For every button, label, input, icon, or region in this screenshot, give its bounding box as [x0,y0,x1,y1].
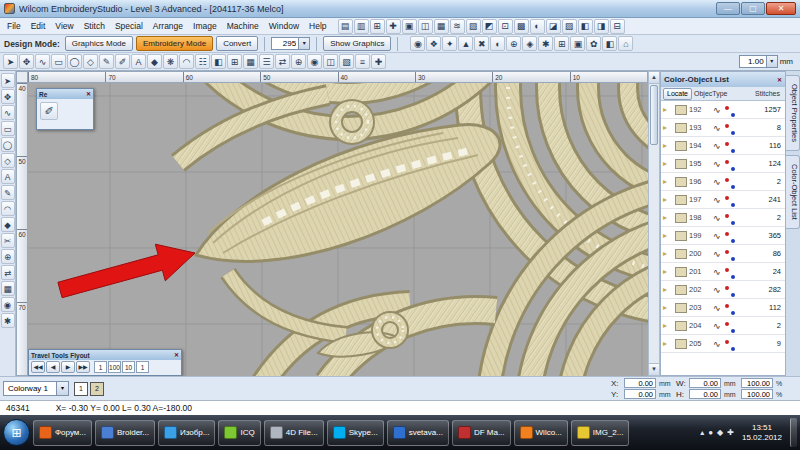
tool-icon[interactable]: ◆ [1,217,15,232]
travel-step-value[interactable]: 1 [136,361,149,373]
toolbar-icon[interactable]: ≡ [355,54,370,69]
toolbar-icon[interactable]: ⌂ [618,36,633,51]
object-row[interactable]: ▸ 194 ∿ 116 [661,137,785,155]
tray-icon[interactable]: ◆ [717,428,723,437]
w-field[interactable] [689,378,721,388]
h-field[interactable] [689,389,721,399]
menu-item[interactable]: Stitch [79,18,110,34]
taskbar-item[interactable]: svetava... [387,420,449,446]
tool-icon[interactable]: ✱ [1,313,15,328]
object-row[interactable]: ▸ 198 ∿ 2 [661,209,785,227]
toolbar-icon[interactable]: ❋ [163,54,178,69]
object-row[interactable]: ▸ 197 ∿ 241 [661,191,785,209]
toolbar-icon[interactable]: ▦ [243,54,258,69]
travel-button[interactable]: ◀◀ [31,361,45,373]
design-canvas[interactable]: Re ✕ ✐ Travel Tools Flyout ✕ ◀◀◀▶▶▶ [28,83,648,376]
toolbar-icon[interactable]: ◆ [147,54,162,69]
taskbar-item[interactable]: Skype... [327,420,384,446]
show-graphics-button[interactable]: Show Graphics [323,36,391,51]
toolbar-icon[interactable]: ≋ [450,19,465,34]
toolbar-icon[interactable]: ∿ [35,54,50,69]
tray-icon[interactable]: ● [708,428,713,437]
toolbar-icon[interactable]: ◇ [83,54,98,69]
travel-button[interactable]: ◀ [46,361,60,373]
toolbar-icon[interactable]: ⊞ [227,54,242,69]
toolbar-icon[interactable]: ➤ [3,54,18,69]
convert-button[interactable]: Convert [216,36,258,51]
scale-w-field[interactable] [741,378,773,388]
menu-item[interactable]: Help [304,18,331,34]
toolbar-icon[interactable]: ▧ [339,54,354,69]
close-icon[interactable]: ✕ [777,76,782,84]
toolbar-icon[interactable]: ✎ [99,54,114,69]
scroll-down-icon[interactable]: ▼ [649,363,659,375]
locate-button[interactable]: Locate [663,88,692,100]
tool-icon[interactable]: ◠ [1,201,15,216]
object-row[interactable]: ▸ 199 ∿ 365 [661,227,785,245]
object-row[interactable]: ▸ 205 ∿ 9 [661,335,785,353]
graphics-mode-button[interactable]: Graphics Mode [65,36,133,51]
object-row[interactable]: ▸ 192 ∿ 1257 [661,101,785,119]
zoom-input[interactable] [272,39,298,48]
toolbar-icon[interactable]: ✦ [442,36,457,51]
toolbar-icon[interactable]: ◐ [530,19,545,34]
menu-item[interactable]: Edit [26,18,51,34]
scrollbar-thumb[interactable] [650,85,658,145]
close-button[interactable]: ✕ [766,2,796,15]
tool-icon[interactable]: ◯ [1,137,15,152]
travel-step-value[interactable]: 100 [108,361,121,373]
tool-icon[interactable]: ✎ [1,185,15,200]
travel-button[interactable]: ▶ [61,361,75,373]
toolbar-icon[interactable]: ▭ [51,54,66,69]
colorway-value[interactable]: Colorway 1 [4,384,56,393]
toolbar-icon[interactable]: ✱ [538,36,553,51]
tool-icon[interactable]: ▦ [1,281,15,296]
thread-color-chip[interactable] [675,231,687,241]
toolbar-icon[interactable]: ▧ [466,19,481,34]
column-header-type[interactable]: ObjecType [694,90,727,97]
thread-color-chip[interactable] [675,267,687,277]
thread-color-chip[interactable] [675,285,687,295]
toolbar-icon[interactable]: ❖ [426,36,441,51]
travel-step-value[interactable]: 1 [94,361,107,373]
toolbar-icon[interactable]: ▦ [434,19,449,34]
menu-item[interactable]: File [2,18,26,34]
menu-item[interactable]: Special [110,18,148,34]
menu-item[interactable]: Window [264,18,304,34]
object-row[interactable]: ▸ 204 ∿ 2 [661,317,785,335]
reshape-tool-icon[interactable]: ✐ [40,102,58,120]
toolbar-icon[interactable]: ◩ [482,19,497,34]
taskbar-item[interactable]: 4D File... [264,420,324,446]
tool-icon[interactable]: ➤ [1,73,15,88]
menu-item[interactable]: Arrange [148,18,188,34]
toolbar-icon[interactable]: ▲ [458,36,473,51]
scroll-up-icon[interactable]: ▲ [649,72,659,84]
thread-color-chip[interactable] [675,195,687,205]
toolbar-icon[interactable]: ⊞ [370,19,385,34]
toolbar-icon[interactable]: ⊞ [554,36,569,51]
menu-item[interactable]: Image [188,18,222,34]
tray-icon[interactable]: ✚ [727,428,734,437]
toolbar-icon[interactable]: ▩ [514,19,529,34]
toolbar-icon[interactable]: ◫ [323,54,338,69]
menu-item[interactable]: View [50,18,78,34]
toolbar-icon[interactable]: ⇄ [275,54,290,69]
toolbar-icon[interactable]: ✐ [115,54,130,69]
taskbar-item[interactable]: ICQ [218,420,260,446]
toolbar-icon[interactable]: ☰ [259,54,274,69]
scale-h-field[interactable] [741,389,773,399]
toolbar-icon[interactable]: ◨ [594,19,609,34]
tray-icon[interactable]: ▴ [700,428,704,437]
column-header-stitches[interactable]: Stitches [755,90,783,97]
thread-color-chip[interactable] [675,321,687,331]
tool-icon[interactable]: ✥ [1,89,15,104]
toolbar-icon[interactable]: ◧ [211,54,226,69]
toolbar-icon[interactable]: ◧ [578,19,593,34]
embroidery-mode-button[interactable]: Embroidery Mode [136,36,213,51]
close-icon[interactable]: ✕ [174,351,179,359]
toolbar-icon[interactable]: ◯ [67,54,82,69]
thread-color-chip[interactable] [675,303,687,313]
chevron-down-icon[interactable]: ▾ [766,56,777,67]
object-row[interactable]: ▸ 196 ∿ 2 [661,173,785,191]
maximize-button[interactable]: ▢ [741,2,765,15]
